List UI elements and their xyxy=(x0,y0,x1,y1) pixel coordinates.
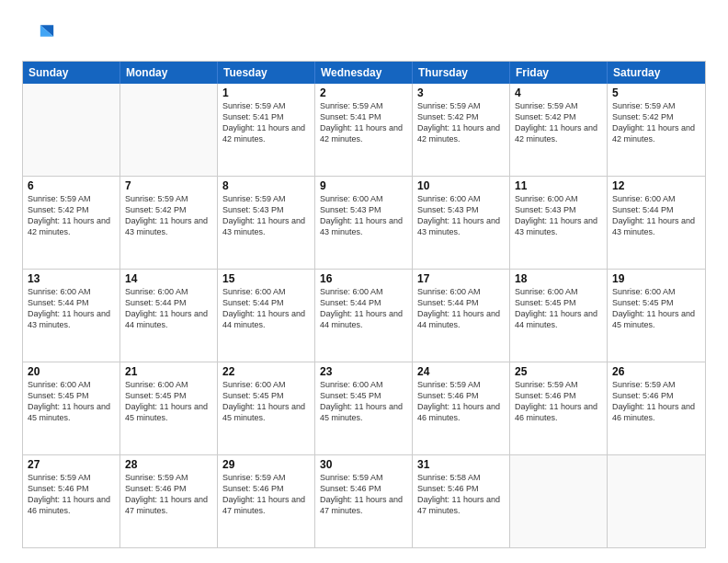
calendar-cell xyxy=(608,455,705,547)
day-number: 1 xyxy=(222,86,310,99)
calendar-cell: 9Sunrise: 6:00 AM Sunset: 5:43 PM Daylig… xyxy=(315,177,413,269)
day-number: 25 xyxy=(515,365,602,378)
calendar-cell: 2Sunrise: 5:59 AM Sunset: 5:41 PM Daylig… xyxy=(315,84,413,176)
day-number: 12 xyxy=(612,179,700,192)
cell-info: Sunrise: 5:59 AM Sunset: 5:46 PM Dayligh… xyxy=(125,472,212,517)
calendar-cell: 3Sunrise: 5:59 AM Sunset: 5:42 PM Daylig… xyxy=(413,84,510,176)
logo-icon xyxy=(22,18,55,52)
calendar-cell: 14Sunrise: 6:00 AM Sunset: 5:44 PM Dayli… xyxy=(120,270,218,362)
cell-info: Sunrise: 5:59 AM Sunset: 5:46 PM Dayligh… xyxy=(515,379,602,424)
calendar-cell: 11Sunrise: 6:00 AM Sunset: 5:43 PM Dayli… xyxy=(510,177,608,269)
day-number: 2 xyxy=(320,86,407,99)
cell-info: Sunrise: 5:59 AM Sunset: 5:46 PM Dayligh… xyxy=(28,472,115,517)
cell-info: Sunrise: 5:59 AM Sunset: 5:46 PM Dayligh… xyxy=(222,472,310,517)
day-number: 28 xyxy=(125,458,212,471)
day-number: 21 xyxy=(125,365,212,378)
day-number: 26 xyxy=(612,365,700,378)
cell-info: Sunrise: 5:59 AM Sunset: 5:42 PM Dayligh… xyxy=(515,100,602,145)
header-cell-tuesday: Tuesday xyxy=(218,62,315,84)
calendar-cell: 25Sunrise: 5:59 AM Sunset: 5:46 PM Dayli… xyxy=(510,362,608,454)
calendar-cell xyxy=(23,84,120,176)
cell-info: Sunrise: 5:59 AM Sunset: 5:46 PM Dayligh… xyxy=(320,472,407,517)
calendar-cell xyxy=(510,455,608,547)
calendar-cell: 21Sunrise: 6:00 AM Sunset: 5:45 PM Dayli… xyxy=(120,362,218,454)
cell-info: Sunrise: 6:00 AM Sunset: 5:44 PM Dayligh… xyxy=(125,286,212,331)
calendar-cell: 31Sunrise: 5:58 AM Sunset: 5:46 PM Dayli… xyxy=(413,455,510,547)
day-number: 15 xyxy=(222,272,310,285)
day-number: 11 xyxy=(515,179,602,192)
calendar-cell: 26Sunrise: 5:59 AM Sunset: 5:46 PM Dayli… xyxy=(608,362,705,454)
calendar-row-1: 6Sunrise: 5:59 AM Sunset: 5:42 PM Daylig… xyxy=(23,176,705,269)
header-cell-saturday: Saturday xyxy=(608,62,705,84)
cell-info: Sunrise: 5:59 AM Sunset: 5:41 PM Dayligh… xyxy=(320,100,407,145)
calendar-cell xyxy=(120,84,218,176)
cell-info: Sunrise: 6:00 AM Sunset: 5:43 PM Dayligh… xyxy=(320,193,407,238)
calendar-cell: 4Sunrise: 5:59 AM Sunset: 5:42 PM Daylig… xyxy=(510,84,608,176)
cell-info: Sunrise: 6:00 AM Sunset: 5:44 PM Dayligh… xyxy=(417,286,505,331)
calendar-cell: 7Sunrise: 5:59 AM Sunset: 5:42 PM Daylig… xyxy=(120,177,218,269)
calendar-cell: 17Sunrise: 6:00 AM Sunset: 5:44 PM Dayli… xyxy=(413,270,510,362)
cell-info: Sunrise: 6:00 AM Sunset: 5:45 PM Dayligh… xyxy=(320,379,407,424)
header-cell-friday: Friday xyxy=(510,62,608,84)
page: SundayMondayTuesdayWednesdayThursdayFrid… xyxy=(0,0,728,563)
calendar-cell: 12Sunrise: 6:00 AM Sunset: 5:44 PM Dayli… xyxy=(608,177,705,269)
cell-info: Sunrise: 6:00 AM Sunset: 5:45 PM Dayligh… xyxy=(612,286,700,331)
calendar-header: SundayMondayTuesdayWednesdayThursdayFrid… xyxy=(23,62,705,84)
calendar-row-3: 20Sunrise: 6:00 AM Sunset: 5:45 PM Dayli… xyxy=(23,362,705,454)
day-number: 3 xyxy=(417,86,505,99)
day-number: 6 xyxy=(28,179,115,192)
cell-info: Sunrise: 5:59 AM Sunset: 5:42 PM Dayligh… xyxy=(612,100,700,145)
calendar-cell: 1Sunrise: 5:59 AM Sunset: 5:41 PM Daylig… xyxy=(218,84,315,176)
cell-info: Sunrise: 6:00 AM Sunset: 5:44 PM Dayligh… xyxy=(320,286,407,331)
calendar-cell: 29Sunrise: 5:59 AM Sunset: 5:46 PM Dayli… xyxy=(218,455,315,547)
day-number: 31 xyxy=(417,458,505,471)
cell-info: Sunrise: 6:00 AM Sunset: 5:44 PM Dayligh… xyxy=(612,193,700,238)
calendar: SundayMondayTuesdayWednesdayThursdayFrid… xyxy=(22,61,706,548)
day-number: 20 xyxy=(28,365,115,378)
day-number: 30 xyxy=(320,458,407,471)
calendar-cell: 13Sunrise: 6:00 AM Sunset: 5:44 PM Dayli… xyxy=(23,270,120,362)
day-number: 5 xyxy=(612,86,700,99)
calendar-cell: 19Sunrise: 6:00 AM Sunset: 5:45 PM Dayli… xyxy=(608,270,705,362)
calendar-cell: 16Sunrise: 6:00 AM Sunset: 5:44 PM Dayli… xyxy=(315,270,413,362)
cell-info: Sunrise: 5:59 AM Sunset: 5:46 PM Dayligh… xyxy=(612,379,700,424)
calendar-cell: 23Sunrise: 6:00 AM Sunset: 5:45 PM Dayli… xyxy=(315,362,413,454)
calendar-cell: 15Sunrise: 6:00 AM Sunset: 5:44 PM Dayli… xyxy=(218,270,315,362)
calendar-cell: 20Sunrise: 6:00 AM Sunset: 5:45 PM Dayli… xyxy=(23,362,120,454)
cell-info: Sunrise: 6:00 AM Sunset: 5:45 PM Dayligh… xyxy=(125,379,212,424)
cell-info: Sunrise: 5:59 AM Sunset: 5:46 PM Dayligh… xyxy=(417,379,505,424)
day-number: 18 xyxy=(515,272,602,285)
header-cell-sunday: Sunday xyxy=(23,62,120,84)
day-number: 29 xyxy=(222,458,310,471)
day-number: 16 xyxy=(320,272,407,285)
calendar-cell: 28Sunrise: 5:59 AM Sunset: 5:46 PM Dayli… xyxy=(120,455,218,547)
day-number: 10 xyxy=(417,179,505,192)
header-cell-wednesday: Wednesday xyxy=(315,62,413,84)
day-number: 8 xyxy=(222,179,310,192)
cell-info: Sunrise: 6:00 AM Sunset: 5:45 PM Dayligh… xyxy=(28,379,115,424)
cell-info: Sunrise: 6:00 AM Sunset: 5:45 PM Dayligh… xyxy=(515,286,602,331)
cell-info: Sunrise: 5:59 AM Sunset: 5:41 PM Dayligh… xyxy=(222,100,310,145)
day-number: 7 xyxy=(125,179,212,192)
day-number: 17 xyxy=(417,272,505,285)
cell-info: Sunrise: 5:59 AM Sunset: 5:42 PM Dayligh… xyxy=(125,193,212,238)
calendar-row-2: 13Sunrise: 6:00 AM Sunset: 5:44 PM Dayli… xyxy=(23,269,705,362)
cell-info: Sunrise: 5:59 AM Sunset: 5:42 PM Dayligh… xyxy=(417,100,505,145)
cell-info: Sunrise: 6:00 AM Sunset: 5:43 PM Dayligh… xyxy=(417,193,505,238)
day-number: 24 xyxy=(417,365,505,378)
logo xyxy=(22,18,61,52)
cell-info: Sunrise: 6:00 AM Sunset: 5:44 PM Dayligh… xyxy=(222,286,310,331)
cell-info: Sunrise: 5:59 AM Sunset: 5:42 PM Dayligh… xyxy=(28,193,115,238)
day-number: 4 xyxy=(515,86,602,99)
calendar-cell: 18Sunrise: 6:00 AM Sunset: 5:45 PM Dayli… xyxy=(510,270,608,362)
cell-info: Sunrise: 6:00 AM Sunset: 5:44 PM Dayligh… xyxy=(28,286,115,331)
day-number: 13 xyxy=(28,272,115,285)
calendar-cell: 10Sunrise: 6:00 AM Sunset: 5:43 PM Dayli… xyxy=(413,177,510,269)
header xyxy=(22,18,706,52)
day-number: 19 xyxy=(612,272,700,285)
day-number: 14 xyxy=(125,272,212,285)
cell-info: Sunrise: 5:59 AM Sunset: 5:43 PM Dayligh… xyxy=(222,193,310,238)
day-number: 9 xyxy=(320,179,407,192)
cell-info: Sunrise: 6:00 AM Sunset: 5:45 PM Dayligh… xyxy=(222,379,310,424)
day-number: 22 xyxy=(222,365,310,378)
